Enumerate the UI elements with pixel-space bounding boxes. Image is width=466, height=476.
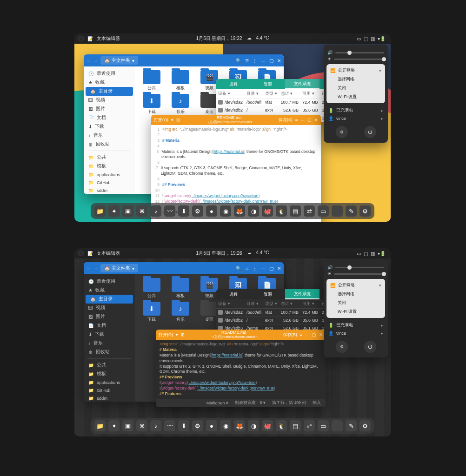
folder-item[interactable]: 模板 [166, 70, 194, 91]
sidebar-item[interactable]: ♪音乐 [84, 131, 135, 140]
dock-app[interactable]: ● [206, 205, 217, 217]
open-button[interactable]: 打开(O) [154, 117, 168, 123]
dock-app[interactable]: ⚙ [359, 420, 371, 431]
dock-app[interactable]: 📁 [94, 205, 106, 217]
wifi-menu-item[interactable]: 关闭 [326, 84, 385, 93]
dock-app[interactable]: ▣ [122, 205, 133, 217]
nav-fwd-icon[interactable]: → [93, 266, 98, 271]
menu-icon[interactable]: ⋮ [253, 58, 257, 63]
dock-app[interactable]: 〰 [164, 420, 175, 431]
dock-app[interactable]: ⬇ [178, 420, 189, 431]
menu-icon[interactable]: ≡ [300, 332, 302, 337]
settings-button[interactable]: ⚙ [336, 341, 348, 353]
col-header[interactable]: 设备 ▾ [216, 299, 245, 309]
status-item[interactable]: 第 7 行，第 109 列 [272, 400, 306, 406]
battery-row[interactable]: 🔋已充满电▸ [327, 106, 384, 115]
folder-item[interactable]: ♪音乐 [166, 94, 194, 115]
view-icon[interactable]: ≣ [245, 266, 249, 271]
new-tab-icon[interactable]: ⊞ [176, 118, 180, 122]
tab[interactable]: 资源 [251, 289, 285, 299]
min-icon[interactable]: — [261, 266, 266, 271]
user-row[interactable]: 👤vince▸ [327, 330, 384, 337]
min-icon[interactable]: — [261, 58, 266, 63]
view-icon[interactable]: ≣ [245, 58, 249, 63]
save-button[interactable]: 保存(S) [279, 117, 293, 123]
sidebar-item[interactable]: ★收藏 [84, 286, 135, 295]
dock-app[interactable]: ✦ [108, 205, 120, 217]
sidebar-item[interactable]: ★收藏 [84, 78, 135, 87]
menu-icon[interactable]: ⋮ [253, 266, 257, 271]
dock-app[interactable]: 🐙 [262, 420, 273, 431]
brightness-slider[interactable]: ☀ [327, 271, 384, 276]
dock-app[interactable]: ❋ [136, 420, 147, 431]
sidebar-item[interactable]: 🖼图片 [84, 105, 135, 113]
battery-row[interactable]: 🔋已充满电▸ [327, 321, 384, 330]
dock-app[interactable]: 🐧 [276, 205, 287, 217]
power-button[interactable]: ⏻ [364, 126, 376, 138]
folder-item[interactable]: 模板 [166, 278, 194, 299]
close-icon[interactable]: ✕ [277, 58, 281, 63]
table-row[interactable]: /dev/sda2/boot/efivfat100.7 MB72.4 MB28.… [216, 309, 328, 317]
dock-app[interactable] [332, 205, 343, 217]
dock-app[interactable]: ♪ [150, 205, 161, 217]
dock-app[interactable]: ⬇ [178, 205, 189, 217]
dock-app[interactable]: ✎ [346, 420, 357, 431]
wifi-menu-item[interactable]: 选择网络 [326, 290, 385, 298]
dock-app[interactable]: ▤ [290, 420, 301, 431]
sidebar-item[interactable]: 🏠主目录 [86, 295, 133, 304]
sidebar-item[interactable]: 📁GitHub [84, 386, 135, 394]
dock-app[interactable]: ▭ [318, 205, 329, 217]
dock-app[interactable]: 🐙 [262, 205, 273, 217]
status-item[interactable]: 制表符宽度：8 ▾ [235, 400, 266, 406]
close-icon[interactable]: ✕ [319, 332, 323, 337]
status-item[interactable]: Markdown ▾ [206, 401, 228, 405]
col-header[interactable]: 设备 ▾ [216, 89, 245, 99]
power-button[interactable]: ⏻ [364, 341, 376, 353]
col-header[interactable]: 目录 ▾ [245, 89, 263, 99]
max-icon[interactable]: ▢ [307, 118, 312, 122]
wifi-menu-item[interactable]: 选择网络 [326, 75, 385, 84]
wifi-menu-item[interactable]: Wi-Fi 设置 [326, 93, 385, 101]
status-item[interactable]: 插入 [313, 400, 321, 406]
nav-fwd-icon[interactable]: → [93, 58, 98, 63]
col-header[interactable]: 类型 ▾ [263, 299, 279, 309]
dock-app[interactable]: 🦊 [234, 205, 245, 217]
dock-app[interactable]: ♪ [150, 420, 161, 431]
sidebar-item[interactable]: 🕑最近使用 [84, 277, 135, 286]
sidebar-item[interactable]: 📁sddm [84, 394, 135, 402]
tab[interactable]: 进程 [216, 79, 251, 89]
new-tab-icon[interactable]: ⊞ [181, 332, 185, 337]
dock-app[interactable]: ▤ [290, 205, 301, 217]
dock-app[interactable]: ◉ [220, 205, 231, 217]
sidebar-item[interactable]: 📁sddm [84, 186, 135, 194]
sidebar-item[interactable]: 📁模板 [84, 370, 135, 378]
col-header[interactable]: 目录 ▾ [245, 299, 263, 309]
col-header[interactable]: 总计 ▾ [279, 299, 301, 309]
folder-item[interactable]: 公共 [138, 278, 166, 299]
user-row[interactable]: 👤vince▸ [327, 115, 384, 122]
tray-icons[interactable]: ▭⬚▥▾🔋 [355, 36, 387, 41]
sidebar-item[interactable]: 📁applications [84, 171, 135, 178]
sidebar-item[interactable]: 🕑最近使用 [84, 69, 135, 78]
close-icon[interactable]: ✕ [314, 118, 318, 122]
search-icon[interactable]: 🔍 [236, 266, 241, 271]
sidebar-item[interactable]: ⬇下载 [84, 330, 135, 339]
dock-app[interactable]: 📁 [94, 420, 106, 431]
tab[interactable]: 文件系统 [285, 79, 320, 89]
brightness-slider[interactable]: ☀ [327, 57, 384, 61]
dock-app[interactable]: ◑ [248, 205, 259, 217]
sidebar-item[interactable]: 🎞视频 [84, 96, 135, 105]
sidebar-item[interactable]: ⬇下载 [84, 122, 135, 131]
max-icon[interactable]: ▢ [312, 332, 316, 337]
folder-item[interactable]: 公共 [138, 70, 166, 91]
table-row[interactable]: /dev/sda2/boot/efivfat100.7 MB72.4 MB28.… [216, 99, 328, 106]
dock-app[interactable]: ⚙ [192, 420, 203, 431]
sidebar-item[interactable]: 📁applications [84, 378, 135, 386]
dock-app[interactable]: ◉ [220, 420, 231, 431]
volume-slider[interactable]: 🔊 [327, 50, 384, 55]
min-icon[interactable]: — [305, 332, 309, 337]
tab[interactable]: 文件系统 [285, 289, 320, 299]
folder-item[interactable]: ⬇下载 [138, 302, 166, 323]
menu-icon[interactable]: ≡ [295, 118, 298, 122]
table-row[interactable]: /dev/sdb2/ext452.6 GB35.6 GB14.3 GB [216, 317, 328, 324]
